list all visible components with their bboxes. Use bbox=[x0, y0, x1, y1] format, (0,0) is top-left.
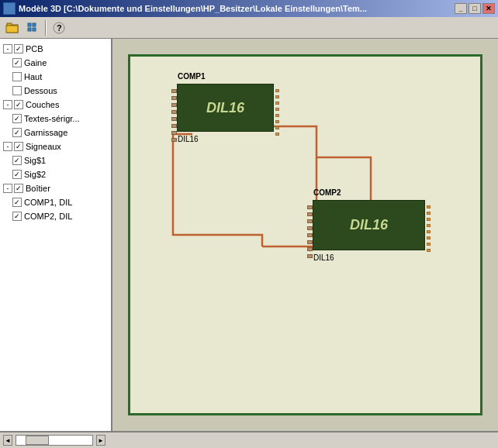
tree-item-comp2[interactable]: COMP2, DIL bbox=[0, 209, 111, 223]
pin bbox=[275, 95, 279, 98]
pin bbox=[307, 240, 313, 244]
close-button[interactable]: ✕ bbox=[482, 3, 495, 14]
pin bbox=[427, 224, 431, 227]
checkbox-signeaux[interactable] bbox=[14, 142, 23, 151]
comp2-label: COMP2 bbox=[313, 188, 341, 197]
pin bbox=[307, 212, 313, 216]
pin bbox=[307, 254, 313, 258]
window-controls: _ □ ✕ bbox=[455, 3, 495, 14]
scroll-left-button[interactable]: ◄ bbox=[3, 435, 12, 446]
checkbox-comp1[interactable] bbox=[12, 198, 22, 207]
checkbox-sig1[interactable] bbox=[12, 156, 22, 165]
tree-item-sig1[interactable]: Sig$1 bbox=[0, 153, 111, 167]
pin bbox=[171, 117, 177, 121]
tree-item-signeaux[interactable]: - Signeaux bbox=[0, 140, 111, 153]
pin bbox=[171, 124, 177, 128]
label-sig2: Sig$2 bbox=[24, 170, 46, 179]
pin bbox=[427, 243, 431, 246]
tree-item-textes[interactable]: Textes-sérigr... bbox=[0, 112, 111, 126]
pin bbox=[171, 103, 177, 107]
pin bbox=[171, 138, 177, 142]
label-couches: Couches bbox=[26, 100, 59, 109]
svg-rect-6 bbox=[33, 28, 36, 31]
comp1-pins-left bbox=[171, 89, 177, 142]
tree-item-garnissage[interactable]: Garnissage bbox=[0, 126, 111, 140]
pin bbox=[171, 96, 177, 100]
minimize-button[interactable]: _ bbox=[455, 3, 467, 14]
checkbox-textes[interactable] bbox=[12, 114, 22, 123]
label-gaine: Gaine bbox=[24, 58, 47, 67]
scroll-right-button[interactable]: ► bbox=[96, 435, 105, 446]
comp1-pins-right bbox=[275, 89, 279, 136]
tree-item-comp1[interactable]: COMP1, DIL bbox=[0, 195, 111, 209]
help-button[interactable]: ? bbox=[50, 19, 68, 36]
toolbar: ? bbox=[0, 17, 498, 39]
expand-signeaux[interactable]: - bbox=[3, 142, 12, 151]
pin bbox=[307, 205, 313, 209]
svg-rect-2 bbox=[6, 26, 18, 33]
pin bbox=[427, 205, 431, 208]
pin bbox=[275, 108, 279, 111]
checkbox-haut[interactable] bbox=[12, 72, 22, 81]
tree-item-haut[interactable]: Haut bbox=[0, 70, 111, 84]
comp2-text: DIL16 bbox=[350, 217, 388, 233]
checkbox-pcb[interactable] bbox=[14, 44, 23, 53]
pin bbox=[427, 212, 431, 215]
tree-item-couches[interactable]: - Couches bbox=[0, 98, 111, 112]
settings-button[interactable] bbox=[23, 19, 42, 36]
comp2-sublabel: DIL16 bbox=[313, 253, 334, 262]
pin bbox=[275, 89, 279, 92]
label-pcb: PCB bbox=[26, 44, 43, 53]
scroll-thumb[interactable] bbox=[26, 436, 49, 445]
checkbox-comp2[interactable] bbox=[12, 212, 22, 221]
pin bbox=[275, 120, 279, 123]
expand-boitier[interactable]: - bbox=[3, 184, 12, 193]
pin bbox=[275, 114, 279, 117]
component-comp1: COMP1 bbox=[177, 84, 274, 132]
expand-pcb[interactable]: - bbox=[3, 44, 12, 53]
tree-item-sig2[interactable]: Sig$2 bbox=[0, 167, 111, 181]
comp1-label: COMP1 bbox=[178, 72, 206, 81]
label-boitier: Boîtier bbox=[26, 184, 50, 193]
expand-couches[interactable]: - bbox=[3, 100, 12, 109]
comp1-text: DIL16 bbox=[206, 100, 244, 116]
pin bbox=[307, 226, 313, 230]
pin bbox=[427, 249, 431, 252]
pin bbox=[427, 230, 431, 233]
toolbar-separator bbox=[45, 20, 47, 36]
tree-item-pcb[interactable]: - PCB bbox=[0, 42, 111, 56]
comp1-sublabel: DIL16 bbox=[178, 135, 199, 143]
pin bbox=[275, 126, 279, 129]
maximize-button[interactable]: □ bbox=[469, 3, 481, 14]
scroll-track[interactable] bbox=[16, 435, 93, 446]
tree-item-gaine[interactable]: Gaine bbox=[0, 56, 111, 70]
checkbox-couches[interactable] bbox=[14, 100, 23, 109]
pin bbox=[307, 219, 313, 223]
pin bbox=[307, 233, 313, 237]
checkbox-sig2[interactable] bbox=[12, 170, 22, 179]
checkbox-garnissage[interactable] bbox=[12, 128, 22, 137]
pin bbox=[275, 102, 279, 105]
window-title: Modèle 3D [C:\Dokumente und Einstellunge… bbox=[19, 4, 367, 13]
svg-rect-5 bbox=[33, 23, 36, 26]
3d-view-panel[interactable]: COMP1 bbox=[112, 39, 498, 431]
tree-item-dessous[interactable]: Dessous bbox=[0, 84, 111, 98]
checkbox-dessous[interactable] bbox=[12, 86, 22, 95]
pin bbox=[171, 89, 177, 93]
svg-rect-3 bbox=[28, 23, 31, 26]
label-textes: Textes-sérigr... bbox=[24, 114, 80, 123]
open-button[interactable] bbox=[3, 19, 22, 36]
label-dessous: Dessous bbox=[24, 86, 57, 95]
comp2-pins-right bbox=[427, 205, 431, 252]
label-comp1: COMP1, DIL bbox=[24, 198, 72, 207]
component-comp2: COMP2 bbox=[313, 200, 425, 250]
label-sig1: Sig$1 bbox=[24, 156, 46, 165]
svg-rect-4 bbox=[28, 28, 31, 31]
label-comp2: COMP2, DIL bbox=[24, 212, 72, 221]
checkbox-boitier[interactable] bbox=[14, 184, 23, 193]
tree-item-boitier[interactable]: - Boîtier bbox=[0, 181, 111, 195]
checkbox-gaine[interactable] bbox=[12, 58, 22, 67]
pin bbox=[171, 110, 177, 114]
svg-text:?: ? bbox=[57, 23, 62, 33]
pin bbox=[171, 131, 177, 135]
